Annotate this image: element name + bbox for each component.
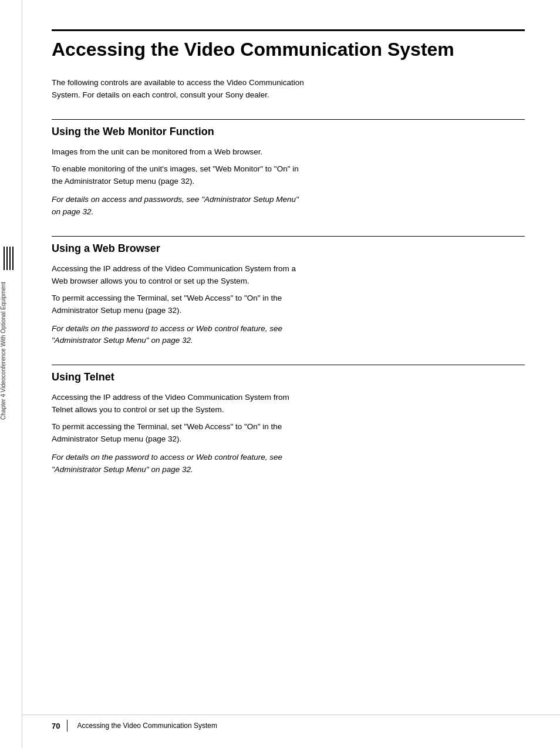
- section-title-web-browser: Using a Web Browser: [52, 236, 525, 255]
- section-web-browser: Using a Web Browser Accessing the IP add…: [52, 236, 525, 348]
- telnet-para-1: Accessing the IP address of the Video Co…: [52, 392, 304, 416]
- footer-text: Accessing the Video Communication System: [68, 717, 217, 730]
- sidebar-decoration: [4, 247, 14, 270]
- page-title: Accessing the Video Communication System: [52, 29, 525, 60]
- telnet-note: For details on the password to access or…: [52, 452, 304, 476]
- section-body-web-browser: Accessing the IP address of the Video Co…: [52, 263, 304, 317]
- section-body-web-monitor: Images from the unit can be monitored fr…: [52, 146, 304, 188]
- section-title-web-monitor: Using the Web Monitor Function: [52, 119, 525, 138]
- sidebar-line-1: [4, 247, 5, 270]
- sidebar-line-3: [9, 247, 11, 270]
- intro-text: The following controls are available to …: [52, 77, 304, 102]
- page-container: Chapter 4 Videoconference With Optional …: [0, 0, 560, 748]
- section-body-telnet: Accessing the IP address of the Video Co…: [52, 392, 304, 446]
- web-monitor-para-1: Images from the unit can be monitored fr…: [52, 146, 304, 159]
- web-monitor-note: For details on access and passwords, see…: [52, 194, 304, 218]
- sidebar-line-2: [6, 247, 8, 270]
- page-footer: 70 Accessing the Video Communication Sys…: [22, 715, 560, 732]
- page-number: 70: [45, 717, 67, 730]
- section-web-monitor: Using the Web Monitor Function Images fr…: [52, 119, 525, 218]
- web-browser-para-1: Accessing the IP address of the Video Co…: [52, 263, 304, 288]
- section-telnet: Using Telnet Accessing the IP address of…: [52, 365, 525, 476]
- web-monitor-para-2: To enable monitoring of the unit's image…: [52, 163, 304, 188]
- web-browser-para-2: To permit accessing the Terminal, set "W…: [52, 292, 304, 317]
- telnet-para-2: To permit accessing the Terminal, set "W…: [52, 421, 304, 446]
- web-browser-note: For details on the password to access or…: [52, 323, 304, 348]
- sidebar: Chapter 4 Videoconference With Optional …: [0, 0, 22, 748]
- sidebar-line-4: [12, 247, 14, 270]
- chapter-label: Chapter 4 Videoconference With Optional …: [0, 282, 22, 420]
- main-content: Accessing the Video Communication System…: [22, 0, 560, 748]
- section-title-telnet: Using Telnet: [52, 365, 525, 383]
